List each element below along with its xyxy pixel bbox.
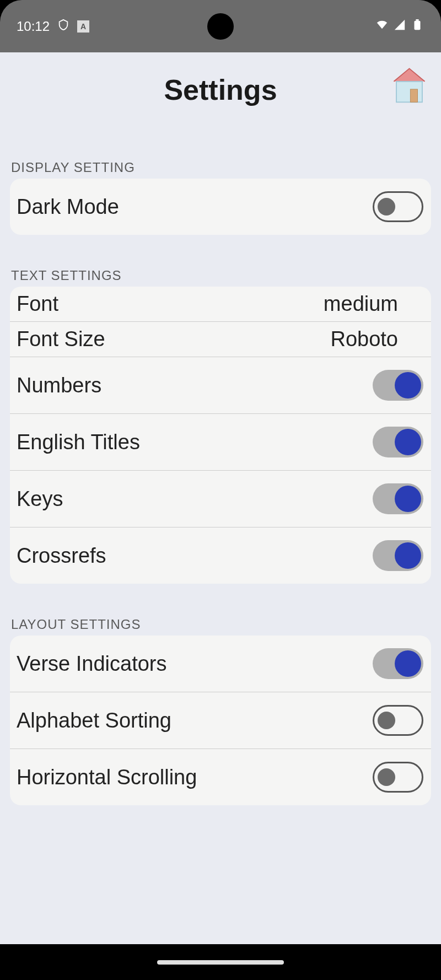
header: Settings <box>0 52 441 127</box>
row-english-titles: English Titles <box>10 414 431 470</box>
nav-pill[interactable] <box>157 960 284 965</box>
label-verse-indicators: Verse Indicators <box>17 652 166 676</box>
device-frame: 10:12 A Settings <box>0 0 441 980</box>
label-dark-mode: Dark Mode <box>17 195 119 219</box>
battery-icon <box>410 19 424 34</box>
row-horizontal-scrolling: Horizontal Scrolling <box>10 749 431 805</box>
toggle-crossrefs[interactable] <box>373 540 423 571</box>
toggle-keys[interactable] <box>373 483 423 514</box>
toggle-verse-indicators[interactable] <box>373 648 423 679</box>
row-dark-mode: Dark Mode <box>10 179 431 235</box>
status-time: 10:12 <box>17 19 50 34</box>
section-text: TEXT SETTINGS Font medium Font Size Robo… <box>0 268 441 584</box>
toggle-english-titles[interactable] <box>373 427 423 457</box>
card-text: Font medium Font Size Roboto Numbers Eng… <box>10 287 431 584</box>
keyboard-indicator-icon: A <box>77 20 89 33</box>
card-layout: Verse Indicators Alphabet Sorting Horizo… <box>10 636 431 805</box>
svg-rect-1 <box>416 19 419 20</box>
wifi-icon <box>375 19 389 34</box>
content: Settings DISPLAY SETTING Dark Mode TEX <box>0 52 441 944</box>
svg-rect-3 <box>410 89 417 102</box>
camera-notch <box>207 13 234 40</box>
section-layout: LAYOUT SETTINGS Verse Indicators Alphabe… <box>0 617 441 805</box>
label-alphabet-sorting: Alphabet Sorting <box>17 709 171 733</box>
toggle-alphabet-sorting[interactable] <box>373 705 423 736</box>
shield-icon <box>57 18 69 35</box>
value-font: medium <box>324 292 423 316</box>
section-header-text: TEXT SETTINGS <box>10 268 431 283</box>
row-verse-indicators: Verse Indicators <box>10 636 431 692</box>
label-font-size: Font Size <box>17 327 105 351</box>
svg-rect-0 <box>415 20 421 29</box>
toggle-dark-mode[interactable] <box>373 191 423 222</box>
label-font: Font <box>17 292 58 316</box>
row-numbers: Numbers <box>10 357 431 413</box>
status-left: 10:12 A <box>17 18 89 35</box>
status-right <box>375 19 424 34</box>
label-crossrefs: Crossrefs <box>17 544 106 568</box>
row-font-size[interactable]: Font Size Roboto <box>10 322 431 357</box>
label-numbers: Numbers <box>17 374 101 397</box>
toggle-horizontal-scrolling[interactable] <box>373 762 423 793</box>
row-font[interactable]: Font medium <box>10 287 431 322</box>
nav-bar <box>0 944 441 980</box>
card-display: Dark Mode <box>10 179 431 235</box>
page-title: Settings <box>164 73 277 106</box>
label-keys: Keys <box>17 487 63 511</box>
section-header-layout: LAYOUT SETTINGS <box>10 617 431 632</box>
svg-rect-2 <box>396 82 422 103</box>
section-header-display: DISPLAY SETTING <box>10 160 431 175</box>
row-alphabet-sorting: Alphabet Sorting <box>10 692 431 749</box>
section-display: DISPLAY SETTING Dark Mode <box>0 160 441 235</box>
label-english-titles: English Titles <box>17 430 140 454</box>
value-font-size: Roboto <box>330 327 423 351</box>
signal-icon <box>392 19 407 34</box>
row-crossrefs: Crossrefs <box>10 527 431 584</box>
row-keys: Keys <box>10 471 431 527</box>
status-bar: 10:12 A <box>0 0 441 52</box>
home-icon[interactable] <box>389 63 430 105</box>
toggle-numbers[interactable] <box>373 370 423 401</box>
label-horizontal-scrolling: Horizontal Scrolling <box>17 766 197 789</box>
